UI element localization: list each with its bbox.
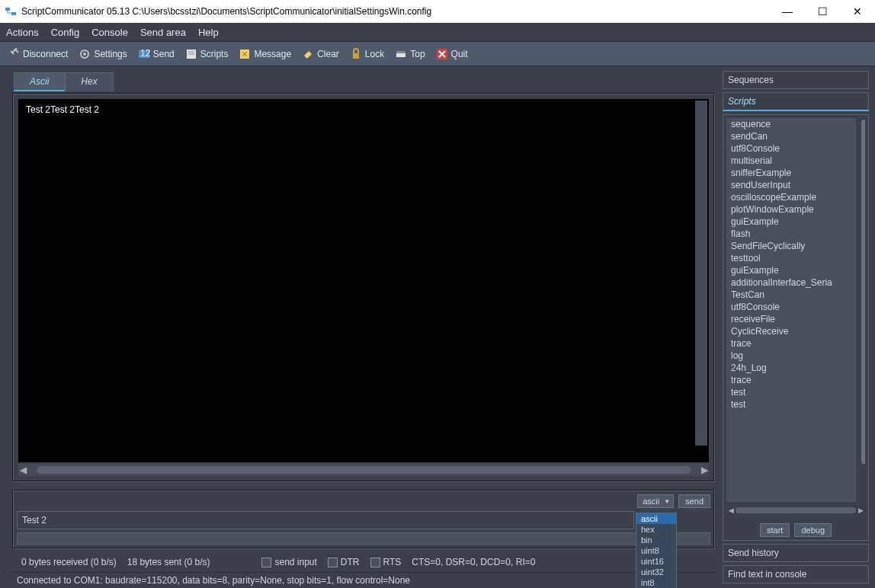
dd-option-ascii[interactable]: ascii — [636, 513, 676, 524]
scripts-vscrollbar[interactable] — [856, 118, 865, 502]
send-type-dropdown[interactable]: ascii — [637, 494, 674, 508]
sequences-header[interactable]: Sequences — [723, 71, 869, 89]
menu-sendarea[interactable]: Send area — [140, 27, 186, 38]
disconnect-button[interactable]: Disconnect — [3, 46, 72, 62]
checkbox-dtr[interactable]: DTR — [328, 557, 360, 567]
checkbox-sendinput[interactable]: send input — [261, 557, 316, 567]
dd-option-hex[interactable]: hex — [636, 524, 676, 535]
menu-config[interactable]: Config — [51, 27, 80, 38]
clear-icon — [302, 48, 314, 60]
send-history-panel[interactable]: Send history — [723, 544, 869, 562]
script-item[interactable]: trace — [726, 337, 865, 350]
script-item[interactable]: log — [726, 350, 865, 362]
console-hscrollbar[interactable]: ◀ ▶ — [18, 464, 709, 476]
script-item[interactable]: utf8Console — [726, 142, 865, 155]
script-item[interactable]: guiExample — [726, 264, 865, 276]
start-button[interactable]: start — [760, 523, 790, 537]
svg-rect-0 — [5, 8, 10, 11]
connection-status: Connected to COM1: baudrate=115200, data… — [11, 572, 716, 588]
script-item[interactable]: sendCan — [726, 130, 865, 142]
app-icon — [5, 5, 17, 18]
line-status: CTS=0, DSR=0, DCD=0, RI=0 — [412, 557, 535, 567]
scripts-button[interactable]: Scripts — [181, 46, 233, 62]
scripts-list[interactable]: sequencesendCanutf8Consolemultiserialsni… — [726, 118, 865, 502]
lock-button[interactable]: Lock — [345, 46, 389, 62]
dd-option-uint8[interactable]: uint8 — [636, 545, 676, 556]
menu-actions[interactable]: Actions — [6, 27, 39, 38]
script-item[interactable]: receiveFile — [726, 313, 865, 325]
message-icon — [239, 48, 251, 60]
close-button[interactable]: ✕ — [840, 0, 875, 23]
script-item[interactable]: sendUserInput — [726, 179, 865, 191]
plug-icon — [8, 48, 20, 60]
script-item[interactable]: snifferExample — [726, 167, 865, 179]
top-button[interactable]: Top — [390, 46, 429, 62]
status-bar: 0 bytes received (0 b/s) 18 bytes sent (… — [11, 552, 716, 572]
menubar: Actions Config Console Send area Help — [0, 23, 875, 42]
script-item[interactable]: TestCan — [726, 289, 865, 301]
minimize-button[interactable]: — — [770, 0, 805, 23]
gear-icon — [79, 48, 91, 60]
checkbox-icon — [261, 558, 271, 567]
script-item[interactable]: sequence — [726, 118, 865, 130]
send-area: ascii send ascii hex bin uint8 uint16 ui… — [12, 490, 715, 549]
script-item[interactable]: CyclicReceive — [726, 325, 865, 337]
dd-option-uint16[interactable]: uint16 — [636, 556, 676, 567]
scripts-icon — [185, 48, 197, 60]
script-item[interactable]: plotWindowExample — [726, 203, 865, 216]
console-vscrollbar[interactable] — [695, 101, 707, 446]
window-title: ScriptCommunicator 05.13 C:\Users\bcsstz… — [21, 6, 770, 17]
checkbox-rts[interactable]: RTS — [370, 557, 402, 567]
script-item[interactable]: guiExample — [726, 216, 865, 228]
script-item[interactable]: testtool — [726, 252, 865, 264]
send-input-secondary[interactable] — [17, 532, 710, 545]
menu-console[interactable]: Console — [91, 27, 128, 38]
script-item[interactable]: test — [726, 386, 865, 398]
console-output[interactable]: Test 2Test 2Test 2 — [18, 99, 709, 462]
script-item[interactable]: SendFileCyclically — [726, 240, 865, 252]
svg-rect-12 — [396, 51, 405, 53]
maximize-button[interactable]: ☐ — [805, 0, 840, 23]
svg-point-3 — [83, 53, 86, 56]
dd-option-uint32[interactable]: uint32 — [636, 567, 676, 577]
message-button[interactable]: Message — [234, 46, 296, 62]
quit-button[interactable]: Quit — [431, 46, 473, 62]
settings-button[interactable]: Settings — [74, 46, 131, 62]
scripts-tab-header[interactable]: Scripts — [723, 92, 869, 111]
titlebar: ScriptCommunicator 05.13 C:\Users\bcsstz… — [0, 0, 875, 23]
script-item[interactable]: flash — [726, 228, 865, 240]
console-tabs: Ascii Hex — [14, 72, 716, 91]
send-button-tb[interactable]: 123Send — [133, 46, 179, 62]
send-button[interactable]: send — [678, 494, 710, 508]
toolbar: Disconnect Settings 123Send Scripts Mess… — [0, 42, 875, 66]
send-input[interactable] — [17, 511, 634, 529]
dd-option-int8[interactable]: int8 — [636, 577, 676, 588]
menu-help[interactable]: Help — [198, 27, 219, 38]
scroll-left-icon: ◀ — [18, 465, 27, 475]
script-item[interactable]: multiserial — [726, 155, 865, 167]
lock-icon — [350, 48, 362, 60]
bytes-received: 0 bytes received (0 b/s) — [21, 557, 117, 567]
tab-ascii[interactable]: Ascii — [14, 72, 65, 91]
find-text-panel[interactable]: Find text in console — [723, 565, 869, 583]
send-icon: 123 — [138, 48, 150, 60]
scroll-right-icon: ▶ — [700, 465, 709, 475]
checkbox-icon — [370, 558, 380, 567]
send-type-dropdown-list: ascii hex bin uint8 uint16 uint32 int8 i… — [636, 513, 677, 588]
dd-option-bin[interactable]: bin — [636, 535, 676, 545]
svg-rect-10 — [353, 53, 359, 59]
clear-button[interactable]: Clear — [297, 46, 344, 62]
quit-icon — [436, 48, 448, 60]
script-item[interactable]: trace — [726, 374, 865, 386]
svg-rect-1 — [11, 12, 16, 15]
script-item[interactable]: utf8Console — [726, 301, 865, 313]
bytes-sent: 18 bytes sent (0 b/s) — [127, 557, 210, 567]
script-item[interactable]: 24h_Log — [726, 362, 865, 374]
debug-button[interactable]: debug — [794, 523, 832, 537]
script-item[interactable]: additionalInterface_Seria — [726, 276, 865, 289]
script-item[interactable]: oscilloscopeExample — [726, 191, 865, 203]
scripts-panel: sequencesendCanutf8Consolemultiserialsni… — [723, 114, 869, 541]
tab-hex[interactable]: Hex — [65, 72, 113, 91]
scripts-hscrollbar[interactable]: ◀▶ — [726, 505, 865, 516]
script-item[interactable]: test — [726, 398, 865, 411]
